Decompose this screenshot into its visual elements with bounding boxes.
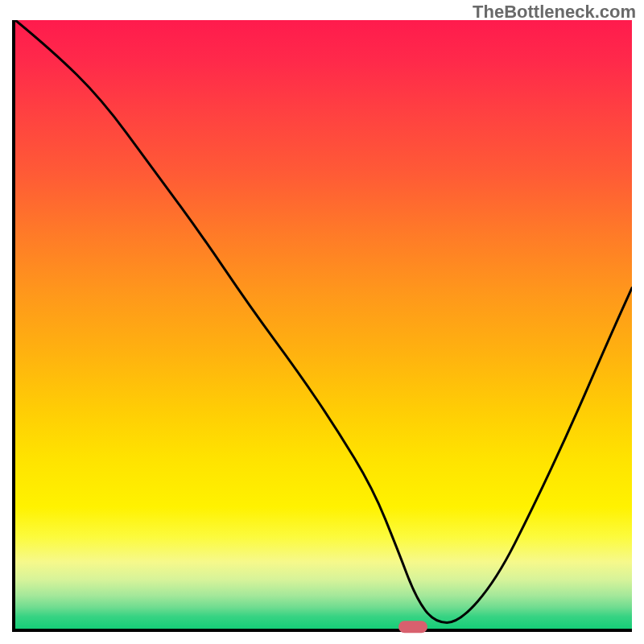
plot-frame (12, 20, 632, 632)
watermark-text: TheBottleneck.com (473, 2, 636, 23)
bottleneck-curve (15, 20, 632, 622)
curve-layer (15, 20, 632, 629)
optimal-marker (398, 621, 427, 633)
